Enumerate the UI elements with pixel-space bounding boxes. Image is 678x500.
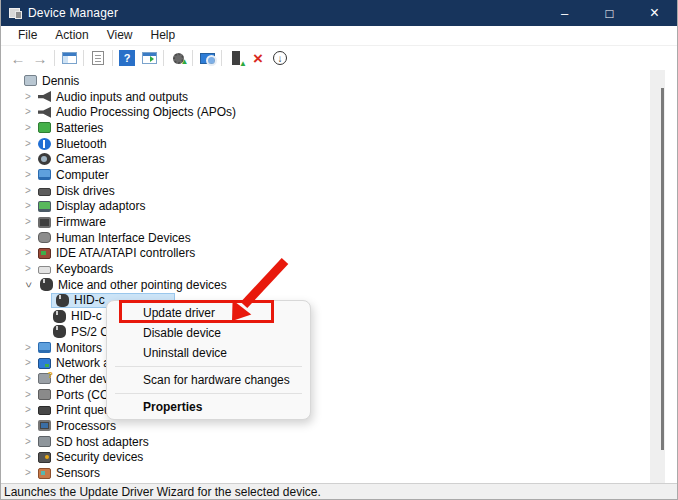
chevron-right-icon[interactable]: > (21, 421, 35, 431)
tree-item-label: HID-c (71, 309, 102, 323)
minimize-button[interactable]: – (542, 0, 587, 26)
tree-row[interactable]: >Network a (1, 355, 677, 371)
menu-view[interactable]: View (98, 27, 142, 44)
tree-item-label: Ports (CO (56, 388, 109, 402)
chevron-down-icon[interactable]: > (23, 278, 33, 292)
uninstall-device-icon[interactable]: × (247, 48, 269, 68)
chevron-right-icon[interactable]: > (21, 139, 35, 149)
context-menu-item-properties[interactable]: Properties (107, 397, 310, 417)
chevron-right-icon[interactable]: > (21, 186, 35, 196)
chevron-right-icon[interactable]: > (21, 264, 35, 274)
mouse-icon (56, 294, 69, 307)
action-pane-icon[interactable] (138, 48, 160, 68)
window-controls: – □ × (542, 0, 677, 26)
processor-icon (38, 420, 51, 431)
tree-item-label: Keyboards (56, 262, 113, 276)
show-console-tree-icon[interactable] (58, 48, 80, 68)
chevron-right-icon[interactable]: > (21, 343, 35, 353)
mouse-icon (53, 325, 66, 338)
tree-row[interactable]: >Audio inputs and outputs (1, 89, 677, 105)
forward-icon[interactable]: → (29, 48, 51, 68)
chevron-right-icon[interactable]: > (21, 217, 35, 227)
tree-row[interactable]: >Display adaptors (1, 199, 677, 215)
tree-item-label: Processors (56, 419, 116, 433)
tree-row[interactable]: >Disk drives (1, 183, 677, 199)
tree-item-label: Other dev (56, 372, 109, 386)
sensors-icon (38, 468, 51, 479)
context-menu-item-update-driver[interactable]: Update driver (107, 303, 310, 323)
tree-row[interactable]: >Monitors (1, 340, 677, 356)
chevron-right-icon[interactable]: > (21, 123, 35, 133)
chevron-right-icon[interactable]: > (21, 107, 35, 117)
tree-row[interactable]: >Cameras (1, 151, 677, 167)
back-icon[interactable]: ← (7, 48, 29, 68)
tree-row[interactable]: >Firmware (1, 214, 677, 230)
tree-row[interactable]: >Security devices (1, 450, 677, 466)
vertical-scrollbar-thumb[interactable] (661, 88, 664, 450)
properties-icon[interactable] (87, 48, 109, 68)
tree-row[interactable]: >Audio Processing Objects (APOs) (1, 104, 677, 120)
chevron-right-icon[interactable]: > (21, 92, 35, 102)
toolbar-separator (192, 50, 193, 66)
tree-row[interactable]: >Sensors (1, 465, 677, 481)
chevron-right-icon[interactable]: > (21, 437, 35, 447)
chevron-right-icon[interactable]: > (21, 358, 35, 368)
tree-item-label: Computer (56, 168, 109, 182)
tree-item-label: Bluetooth (56, 137, 107, 151)
disable-device-icon[interactable]: ↓ (269, 48, 291, 68)
install-driver-icon[interactable] (225, 48, 247, 68)
tree-row[interactable]: Dennis (1, 73, 677, 89)
context-menu-item-disable-device[interactable]: Disable device (107, 323, 310, 343)
tree-row[interactable]: >Human Interface Devices (1, 230, 677, 246)
tree-row[interactable]: >Print queu (1, 402, 677, 418)
context-menu-item-uninstall-device[interactable]: Uninstall device (107, 343, 310, 363)
tree-row[interactable]: >Keyboards (1, 261, 677, 277)
tree-row[interactable]: >Mice and other pointing devices (1, 277, 677, 293)
display-icon (38, 201, 51, 212)
tree-row[interactable]: PS/2 C (1, 324, 677, 340)
device-tree-panel: Dennis>Audio inputs and outputs>Audio Pr… (1, 70, 677, 483)
vertical-scrollbar-track[interactable] (650, 70, 665, 483)
status-text: Launches the Update Driver Wizard for th… (4, 485, 321, 499)
chevron-right-icon[interactable]: > (21, 390, 35, 400)
tree-row[interactable]: >Bluetooth (1, 136, 677, 152)
close-button[interactable]: × (632, 0, 677, 26)
chevron-right-icon[interactable]: > (21, 374, 35, 384)
tree-row[interactable]: HID-c (1, 293, 677, 309)
chevron-right-icon[interactable]: > (21, 468, 35, 478)
chevron-right-icon[interactable]: > (21, 248, 35, 258)
device-manager-app-icon (9, 8, 22, 19)
chevron-right-icon[interactable]: > (21, 405, 35, 415)
security-icon (38, 452, 51, 463)
tree-row[interactable]: >Processors (1, 418, 677, 434)
chevron-right-icon[interactable]: > (21, 233, 35, 243)
tree-item-label: PS/2 C (71, 325, 109, 339)
status-bar: Launches the Update Driver Wizard for th… (1, 483, 677, 499)
menu-file[interactable]: File (9, 27, 46, 44)
help-icon[interactable]: ? (116, 48, 138, 68)
context-menu-item-scan-for-hardware-changes[interactable]: Scan for hardware changes (107, 370, 310, 390)
tree-row[interactable]: >IDE ATA/ATAPI controllers (1, 246, 677, 262)
chevron-right-icon[interactable]: > (21, 452, 35, 462)
monitor-icon (38, 169, 51, 180)
menu-action[interactable]: Action (46, 27, 97, 44)
tree-item-label: Display adaptors (56, 199, 145, 213)
tree-row[interactable]: >Ports (CO (1, 387, 677, 403)
tree-row[interactable]: >SD host adapters (1, 434, 677, 450)
context-menu-separator (115, 366, 302, 367)
chevron-right-icon[interactable]: > (21, 201, 35, 211)
sd-icon (38, 436, 51, 447)
device-manager-window: Device Manager – □ × FileActionViewHelp … (0, 0, 678, 500)
chevron-right-icon[interactable]: > (21, 154, 35, 164)
tree-row[interactable]: >Computer (1, 167, 677, 183)
tree-row[interactable]: >Batteries (1, 120, 677, 136)
menu-help[interactable]: Help (142, 27, 185, 44)
scan-hardware-icon[interactable] (196, 48, 218, 68)
tree-item-label: Audio Processing Objects (APOs) (56, 105, 236, 119)
update-driver-icon[interactable] (167, 48, 189, 68)
maximize-button[interactable]: □ (587, 0, 632, 26)
speaker-icon (38, 107, 51, 118)
chevron-right-icon[interactable]: > (21, 170, 35, 180)
tree-row[interactable]: HID-c (1, 308, 677, 324)
tree-row[interactable]: >Other dev (1, 371, 677, 387)
